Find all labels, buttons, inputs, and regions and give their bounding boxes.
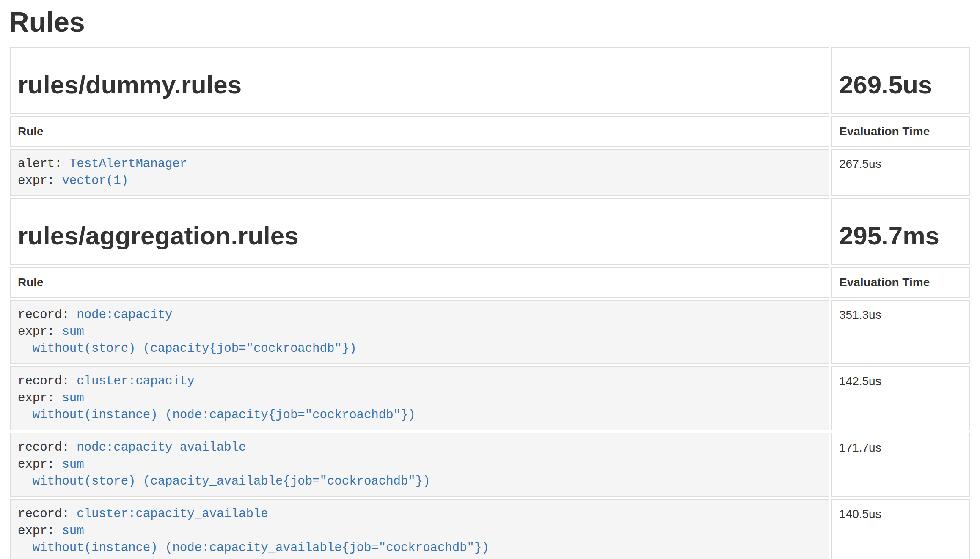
- rule-eval-time-cell: 140.5us: [831, 499, 970, 559]
- rule-eval-time-cell: 171.7us: [831, 433, 970, 497]
- rules-page: Rules rules/dummy.rules269.5usRuleEvalua…: [0, 7, 980, 559]
- rule-link[interactable]: node:capacity_available: [77, 441, 246, 455]
- rule-link[interactable]: sum without(instance) (node:capacity_ava…: [18, 524, 489, 555]
- rule-link[interactable]: vector(1): [62, 174, 128, 188]
- eval-time-column-header-cell: Evaluation Time: [831, 116, 970, 147]
- rule-code-text: alert:: [18, 157, 69, 171]
- rule-column-header: Rule: [18, 125, 44, 138]
- rule-code: record: cluster:capacity_available expr:…: [18, 506, 822, 556]
- eval-time-column-header: Evaluation Time: [839, 276, 930, 289]
- rule-column-header-cell: Rule: [10, 116, 829, 147]
- rule-eval-time-cell: 142.5us: [831, 366, 970, 430]
- rule-group-header-row: rules/aggregation.rules295.7ms: [10, 198, 970, 265]
- rule-eval-time: 142.5us: [839, 375, 881, 388]
- rule-link[interactable]: node:capacity: [77, 308, 172, 322]
- rule-eval-time: 140.5us: [839, 507, 881, 521]
- eval-time-column-header-cell: Evaluation Time: [831, 267, 970, 298]
- rule-eval-time: 351.3us: [839, 308, 881, 321]
- rule-link[interactable]: sum without(store) (capacity{job="cockro…: [18, 325, 357, 356]
- rule-code-cell: record: cluster:capacity_available expr:…: [10, 499, 829, 559]
- rule-code-text: record:: [18, 374, 77, 388]
- rule-row: record: cluster:capacity expr: sum witho…: [10, 366, 970, 430]
- eval-time-column-header: Evaluation Time: [839, 125, 930, 138]
- rule-group-eval-time-cell: 295.7ms: [831, 198, 970, 265]
- rule-column-header-cell: Rule: [10, 267, 829, 298]
- rule-eval-time: 267.5us: [839, 157, 881, 170]
- rule-group-header-row: rules/dummy.rules269.5us: [10, 47, 970, 114]
- rule-link[interactable]: sum without(instance) (node:capacity{job…: [18, 391, 416, 422]
- page-title: Rules: [9, 7, 972, 38]
- rule-code: record: node:capacity_available expr: su…: [18, 439, 822, 490]
- rule-code-text: record:: [18, 441, 77, 455]
- rules-table: rules/dummy.rules269.5usRuleEvaluation T…: [8, 45, 972, 559]
- rule-group-file-cell: rules/dummy.rules: [10, 47, 829, 114]
- rule-code: record: node:capacity expr: sum without(…: [18, 307, 822, 357]
- rule-code-text: expr:: [18, 458, 62, 471]
- column-header-row: RuleEvaluation Time: [10, 267, 970, 298]
- rule-group-file-cell: rules/aggregation.rules: [10, 198, 829, 265]
- rule-link[interactable]: cluster:capacity: [77, 374, 194, 388]
- rule-row: record: node:capacity expr: sum without(…: [10, 300, 970, 364]
- rule-code-cell: record: cluster:capacity expr: sum witho…: [10, 366, 829, 430]
- rule-row: record: node:capacity_available expr: su…: [10, 433, 970, 497]
- rule-link[interactable]: TestAlertManager: [69, 157, 187, 171]
- rule-code-text: expr:: [18, 391, 62, 405]
- rule-code-cell: record: node:capacity_available expr: su…: [10, 433, 829, 497]
- rule-code-text: record:: [18, 308, 77, 322]
- rule-column-header: Rule: [18, 276, 44, 289]
- rule-eval-time-cell: 267.5us: [831, 149, 970, 196]
- rule-group-file: rules/aggregation.rules: [18, 222, 822, 250]
- column-header-row: RuleEvaluation Time: [10, 116, 970, 147]
- rule-eval-time-cell: 351.3us: [831, 300, 970, 364]
- rule-group-eval-time-cell: 269.5us: [831, 47, 970, 114]
- rule-code-cell: alert: TestAlertManager expr: vector(1): [10, 149, 829, 196]
- rule-row: record: cluster:capacity_available expr:…: [10, 499, 970, 559]
- rule-code-text: record:: [18, 507, 77, 521]
- rule-link[interactable]: cluster:capacity_available: [77, 507, 268, 521]
- rule-eval-time: 171.7us: [839, 441, 881, 454]
- rule-group-file: rules/dummy.rules: [18, 71, 822, 99]
- rule-code: alert: TestAlertManager expr: vector(1): [18, 156, 822, 189]
- rule-group-eval-time: 269.5us: [839, 71, 962, 99]
- rule-code-cell: record: node:capacity expr: sum without(…: [10, 300, 829, 364]
- rule-code-text: expr:: [18, 524, 62, 538]
- rule-link[interactable]: sum without(store) (capacity_available{j…: [18, 458, 430, 488]
- rule-row: alert: TestAlertManager expr: vector(1)2…: [10, 149, 970, 196]
- rule-code-text: expr:: [18, 174, 62, 188]
- rule-group-eval-time: 295.7ms: [839, 222, 962, 250]
- rule-code: record: cluster:capacity expr: sum witho…: [18, 373, 822, 424]
- rule-code-text: expr:: [18, 325, 62, 339]
